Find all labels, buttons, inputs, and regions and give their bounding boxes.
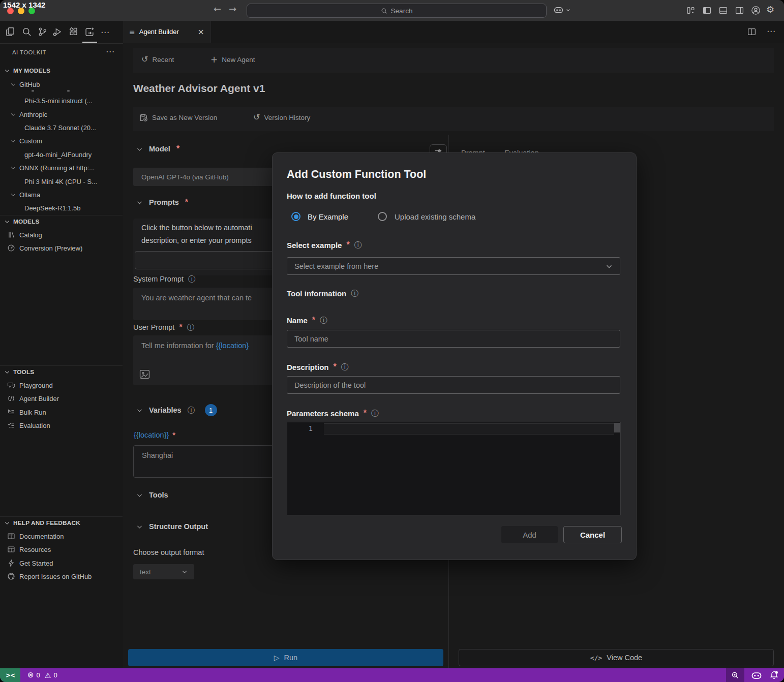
version-bar: Save as New Version ↺ Version History [133,107,774,131]
copilot-status-icon[interactable] [751,670,762,681]
toggle-secondary-sidebar-icon[interactable] [735,6,744,15]
sidebar-item-agent-builder[interactable]: Agent Builder [7,393,59,404]
sidebar-item-help-section[interactable]: HELP AND FEEDBACK [4,517,80,529]
nav-back-icon[interactable]: ← [214,5,221,14]
select-example-dropdown[interactable]: Select example from here [287,257,620,275]
chevron-down-icon [182,569,188,575]
output-format-dropdown[interactable]: text [133,564,194,579]
cancel-button[interactable]: Cancel [563,526,622,543]
vscode-window: 784 x 682 ← → Search ⚙ ⋯ [0,0,784,682]
sidebar-item-tools-section[interactable]: TOOLS [4,366,34,378]
sidebar-item-deepseek[interactable]: DeepSeek-R1:1.5b [24,202,81,213]
tool-information-label-row: Tool information ⓘ [287,289,358,298]
toggle-panel-icon[interactable] [719,6,728,15]
version-history-button[interactable]: ↺ Version History [253,113,310,121]
sidebar-item-playground[interactable]: Playground [7,380,53,391]
notifications-bell-icon[interactable] [769,670,779,680]
errors-icon: ⊗ [27,671,34,679]
prompts-section-header[interactable]: Prompts * [136,198,188,207]
command-search-box[interactable]: Search [247,4,547,18]
structure-output-section-header[interactable]: Structure Output [136,522,208,531]
save-as-new-version-button[interactable]: Save as New Version [139,113,217,122]
info-icon[interactable]: ⓘ [188,407,195,414]
run-debug-icon[interactable] [52,27,62,37]
radio-by-example[interactable]: By Example [291,212,348,221]
chevron-down-icon [606,263,613,270]
sidebar-item-get-started[interactable]: Get Started [7,557,53,569]
problems-indicator[interactable]: ⊗ 0 ⚠ 0 [27,668,57,682]
screenshot-size-label: 784 x 682 [3,1,45,9]
copilot-menu-button[interactable] [553,5,570,15]
source-control-icon[interactable] [38,27,47,37]
sidebar-item-custom[interactable]: Custom [10,135,42,146]
activity-more-icon[interactable]: ⋯ [101,28,109,37]
zoom-status-button[interactable] [726,668,744,682]
tab-close-icon[interactable]: × [198,28,204,36]
sidebar-item-claude-37[interactable]: Claude 3.7 Sonnet (20... [24,122,96,133]
get-started-icon [7,559,15,567]
info-icon[interactable]: ⓘ [188,275,195,283]
customize-layout-icon[interactable] [686,6,695,15]
extensions-icon[interactable] [69,27,79,37]
sidebar-item-catalog[interactable]: Catalog [7,229,42,240]
sidebar-item-evaluation[interactable]: Evaluation [7,420,50,431]
chevron-down-icon [136,146,143,152]
parameters-schema-editor[interactable]: 1 [287,422,621,515]
editor-more-actions-icon[interactable]: ⋯ [767,27,775,36]
history-icon: ↺ [253,113,260,121]
remote-indicator[interactable]: >< [0,668,20,682]
sidebar-item-my-models[interactable]: MY MODELS [4,65,50,76]
info-icon[interactable]: ⓘ [371,410,379,417]
info-icon[interactable]: ⓘ [187,324,194,331]
recent-button[interactable]: ↺ Recent [141,55,174,64]
sidebar-item-phi35-mini[interactable]: Phi-3.5-mini instruct (... [24,95,93,106]
sidebar-more-actions-icon[interactable]: ⋯ [106,47,114,56]
info-icon[interactable]: ⓘ [341,363,349,371]
tool-name-input[interactable] [287,330,620,348]
code-icon: </> [590,655,602,661]
search-placeholder: Search [391,7,413,15]
add-button[interactable]: Add [501,526,558,543]
new-agent-button[interactable]: + New Agent [210,55,255,64]
view-code-button[interactable]: </> View Code [459,649,774,666]
split-editor-icon[interactable] [747,27,756,36]
tools-section-header[interactable]: Tools [136,491,168,499]
explorer-icon[interactable] [6,27,15,37]
sidebar-item-models-section[interactable]: MODELS [4,216,40,227]
sidebar-item-onnx[interactable]: ONNX (Running at http:... [10,162,95,173]
sidebar-item-documentation[interactable]: Documentation [7,531,64,542]
settings-gear-icon[interactable]: ⚙ [766,5,774,14]
account-icon[interactable] [751,6,761,15]
documentation-icon [7,532,15,540]
sidebar-divider [0,516,123,517]
radio-upload-schema[interactable]: Upload existing schema [378,212,475,221]
nav-forward-icon[interactable]: → [229,5,236,14]
run-button[interactable]: ▷ Run [128,649,443,666]
sidebar-item-report-issues[interactable]: Report Issues on GitHub [7,571,92,582]
sidebar-item-phi3-mini-4k[interactable]: Phi 3 Mini 4K (CPU - S... [24,176,97,187]
tool-description-input[interactable] [287,376,620,394]
attach-image-icon[interactable] [139,369,150,380]
info-icon[interactable]: ⓘ [354,241,362,249]
description-label-row: Description * ⓘ [287,362,349,371]
sidebar-item-anthropic[interactable]: Anthropic [10,109,47,120]
toggle-primary-sidebar-icon[interactable] [703,6,711,15]
info-icon[interactable]: ⓘ [351,290,358,297]
tab-agent-builder[interactable]: ≡ Agent Builder × [123,21,211,43]
model-section-header[interactable]: Model * [136,144,179,153]
variables-section-header[interactable]: Variables ⓘ 1 [136,404,217,416]
chevron-down-icon [4,219,10,225]
sidebar-item-bulk-run[interactable]: Bulk Run [7,407,46,418]
search-activity-icon[interactable] [22,27,32,37]
sidebar-item-gpt4o-mini[interactable]: gpt-4o-mini_AIFoundry [24,149,92,160]
sidebar-item-resources[interactable]: Resources [7,544,51,555]
sidebar-view-title: AI TOOLKIT [12,49,46,55]
editor-scrollbar-thumb[interactable] [614,423,620,432]
error-count: 0 [37,671,40,679]
info-icon[interactable]: ⓘ [320,317,327,324]
ai-toolkit-icon[interactable] [84,27,95,37]
sidebar-item-conversion[interactable]: Conversion (Preview) [7,242,82,254]
sidebar-item-github[interactable]: GitHub [10,79,40,90]
resources-icon [7,545,15,553]
sidebar-item-ollama[interactable]: Ollama [10,189,40,200]
